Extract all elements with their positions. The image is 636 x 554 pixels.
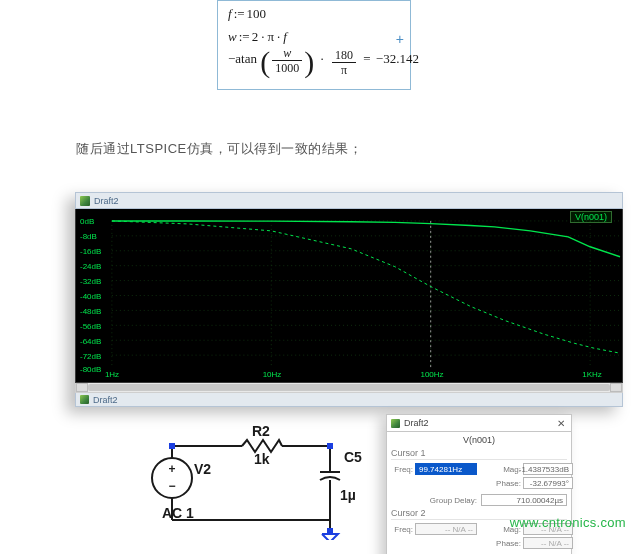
y-tick: -80dB	[80, 365, 101, 374]
source-setting: AC 1	[162, 505, 194, 521]
y-tick: -32dB	[80, 277, 101, 286]
chart-title-2: Draft2	[93, 395, 118, 405]
y-tick: -72dB	[80, 352, 101, 361]
eq-dot-3: ·	[318, 51, 327, 66]
y-tick: -56dB	[80, 322, 101, 331]
cursor1-freq[interactable]: 99.74281Hz	[415, 463, 477, 475]
chart-title: Draft2	[94, 196, 119, 206]
cursor-node-name: V(n001)	[391, 434, 567, 446]
cursor2-phase: -- N/A --	[523, 537, 573, 549]
svg-rect-30	[169, 443, 175, 449]
watermark: www.cntronics.com	[510, 515, 626, 530]
ltspice-icon	[391, 419, 400, 428]
cursor-window[interactable]: Draft2 ✕ V(n001) Cursor 1 Freq: 99.74281…	[386, 414, 572, 554]
label-freq: Freq:	[391, 525, 413, 534]
chart-scrollbar[interactable]	[75, 383, 623, 393]
cursor-window-titlebar[interactable]: Draft2 ✕	[387, 415, 571, 432]
svg-text:+: +	[168, 462, 175, 476]
eq-equals: =	[361, 51, 376, 66]
eq-f-value: 100	[247, 6, 267, 21]
eq-frac-1: w 1000	[272, 46, 302, 75]
cursor2-freq: -- N/A --	[415, 523, 477, 535]
eq-pi-1: π	[267, 29, 274, 44]
eq-dot-2: ·	[274, 29, 283, 44]
equation-line-2: w:=2·π·f	[228, 29, 287, 45]
y-tick: -16dB	[80, 247, 101, 256]
cursor1-gd: 710.00042µs	[481, 494, 567, 506]
cursor1-phase: -32.67993°	[523, 477, 573, 489]
eq-atan-arg: ( w 1000 )	[260, 45, 314, 75]
eq-frac-2: 180 π	[332, 48, 356, 77]
label-phase: Phase:	[479, 479, 521, 488]
eq-assign-1: :=	[232, 6, 247, 21]
eq-atan-label: atan	[235, 51, 257, 66]
eq-w-var: f	[283, 29, 287, 44]
math-cursor-icon: +	[396, 31, 404, 47]
chart-titlebar-secondary[interactable]: Draft2	[75, 393, 623, 407]
chart-svg	[76, 209, 622, 382]
chart-titlebar[interactable]: Draft2	[75, 192, 623, 209]
source-name: V2	[194, 461, 211, 477]
eq-rparen: )	[304, 47, 314, 77]
y-tick: -64dB	[80, 337, 101, 346]
cursor-window-title: Draft2	[404, 418, 429, 428]
circuit-svg: + − V2 AC 1 R2 1k C5 1µ	[134, 420, 370, 540]
eq-lparen: (	[260, 47, 270, 77]
capacitor-value: 1µ	[340, 487, 356, 503]
y-tick: -24dB	[80, 262, 101, 271]
cursor1-header: Cursor 1	[391, 446, 567, 459]
ltspice-icon	[80, 395, 89, 404]
x-tick: 1KHz	[582, 370, 602, 379]
eq-assign-2: :=	[237, 29, 252, 44]
body-paragraph: 随后通过LTSPICE仿真，可以得到一致的结果；	[76, 140, 362, 158]
circuit-schematic: + − V2 AC 1 R2 1k C5 1µ	[134, 420, 370, 540]
eq-result: −32.142	[376, 51, 419, 66]
label-freq: Freq:	[391, 465, 413, 474]
ltspice-chart-window: Draft2 V(n001)	[75, 192, 623, 407]
ltspice-icon	[80, 196, 90, 206]
x-tick: 100Hz	[420, 370, 443, 379]
cursor-window-body: V(n001) Cursor 1 Freq: 99.74281Hz Mag: -…	[387, 432, 571, 554]
x-tick: 10Hz	[263, 370, 282, 379]
y-tick: -40dB	[80, 292, 101, 301]
eq-w-symbol: w	[228, 29, 237, 44]
y-tick: 0dB	[80, 217, 94, 226]
eq-frac2-num: 180	[332, 48, 356, 62]
eq-frac1-den: 1000	[272, 61, 302, 75]
close-icon[interactable]: ✕	[555, 417, 567, 429]
resistor-value: 1k	[254, 451, 270, 467]
y-tick: -48dB	[80, 307, 101, 316]
cursor1-mag: -1.4387533dB	[523, 463, 573, 475]
cursor1-grid: Freq: 99.74281Hz Mag: -1.4387533dB Phase…	[391, 459, 567, 492]
label-mag: Mag:	[479, 465, 521, 474]
label-gd: Group Delay:	[391, 496, 477, 505]
y-tick: -8dB	[80, 232, 97, 241]
equation-block: f:=100 w:=2·π·f −atan ( w 1000 ) · 180 π…	[217, 0, 411, 90]
svg-text:−: −	[168, 479, 175, 493]
svg-rect-31	[327, 443, 333, 449]
equation-line-3: −atan ( w 1000 ) · 180 π = −32.142	[228, 45, 419, 75]
scrollbar-thumb[interactable]	[88, 384, 610, 391]
cursor1-gd-row: Group Delay: 710.00042µs	[391, 492, 567, 506]
x-tick: 1Hz	[105, 370, 119, 379]
eq-frac1-num: w	[280, 46, 294, 60]
equation-line-1: f:=100	[228, 6, 266, 22]
label-phase: Phase:	[479, 539, 521, 548]
eq-dot-1: ·	[258, 29, 267, 44]
chart-plot-area[interactable]: V(n001)	[75, 209, 623, 383]
capacitor-name: C5	[344, 449, 362, 465]
resistor-name: R2	[252, 423, 270, 439]
eq-frac2-den: π	[338, 63, 350, 77]
